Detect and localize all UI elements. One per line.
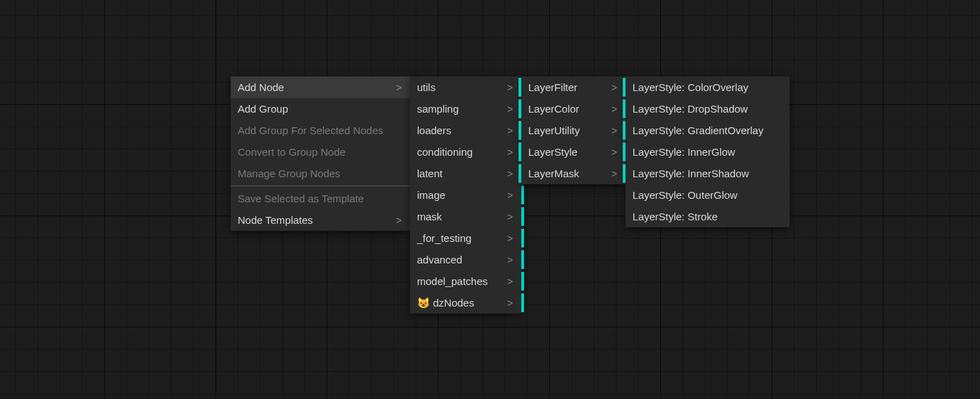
chevron-right-icon: > <box>507 147 513 157</box>
menu-item-label: advanced <box>417 254 462 266</box>
menu-item-layerstyle-stroke[interactable]: LayerStyle: Stroke <box>626 206 790 227</box>
accent-bar <box>623 164 626 183</box>
accent-bar <box>623 121 626 140</box>
menu-item-label: LayerStyle: OuterGlow <box>632 189 737 201</box>
menu-item-add-node[interactable]: Add Node > <box>231 76 410 98</box>
menu-item-label: Convert to Group Node <box>238 146 345 158</box>
menu-item-sampling[interactable]: sampling > <box>410 98 521 120</box>
submenu-node-categories: utils > sampling > loaders > conditionin… <box>410 76 521 314</box>
menu-item-loaders[interactable]: loaders > <box>410 120 521 141</box>
accent-bar <box>521 186 524 204</box>
chevron-right-icon: > <box>612 147 617 157</box>
accent-bar <box>521 207 524 226</box>
menu-item-node-templates[interactable]: Node Templates > <box>231 209 410 231</box>
menu-item-utils[interactable]: utils > <box>410 76 521 98</box>
menu-item-label: Add Group For Selected Nodes <box>238 124 383 136</box>
menu-item-add-group-for-selected[interactable]: Add Group For Selected Nodes <box>231 120 410 141</box>
menu-item-layerstyle-dropshadow[interactable]: LayerStyle: DropShadow <box>626 98 790 120</box>
menu-item-label: LayerStyle: DropShadow <box>632 103 748 115</box>
menu-item-label: LayerUtility <box>528 124 580 136</box>
accent-bar <box>518 78 521 97</box>
menu-item-layerfilter[interactable]: LayerFilter > <box>521 76 626 98</box>
accent-bar <box>521 272 524 291</box>
chevron-right-icon: > <box>612 169 617 179</box>
chevron-right-icon: > <box>507 234 513 243</box>
chevron-right-icon: > <box>396 83 402 92</box>
menu-item-latent[interactable]: latent > <box>410 163 521 184</box>
accent-bar <box>521 250 524 269</box>
menu-item-label: LayerMask <box>528 168 579 179</box>
menu-item-mask[interactable]: mask > <box>410 206 521 227</box>
submenu-layer-categories: LayerFilter > LayerColor > LayerUtility … <box>521 76 626 184</box>
submenu-layerstyle: LayerStyle: ColorOverlay LayerStyle: Dro… <box>626 76 790 227</box>
menu-item-label: 😺dzNodes <box>417 297 474 309</box>
context-menu-root: Add Node > Add Group Add Group For Selec… <box>231 76 410 231</box>
accent-bar <box>518 164 521 183</box>
cat-icon: 😺 <box>417 297 430 309</box>
accent-bar <box>623 99 626 118</box>
accent-bar <box>518 99 521 118</box>
menu-item-model-patches[interactable]: model_patches > <box>410 270 521 292</box>
menu-item-label: conditioning <box>417 146 473 158</box>
chevron-right-icon: > <box>507 298 513 308</box>
menu-item-save-selected-as-template[interactable]: Save Selected as Template <box>231 188 410 209</box>
menu-item-label: latent <box>417 168 443 179</box>
chevron-right-icon: > <box>507 126 513 136</box>
menu-item-for-testing[interactable]: _for_testing > <box>410 227 521 249</box>
menu-item-image[interactable]: image > <box>410 184 521 206</box>
menu-item-label: LayerFilter <box>528 81 578 93</box>
menu-item-label: LayerStyle: ColorOverlay <box>632 81 749 93</box>
menu-item-label: LayerStyle: InnerGlow <box>632 146 735 158</box>
chevron-right-icon: > <box>507 169 513 179</box>
menu-item-label: Node Templates <box>238 214 313 226</box>
accent-bar <box>518 121 521 140</box>
menu-item-layerstyle-innershadow[interactable]: LayerStyle: InnerShadow <box>626 163 790 184</box>
chevron-right-icon: > <box>612 83 617 92</box>
chevron-right-icon: > <box>507 83 513 92</box>
menu-item-layerstyle[interactable]: LayerStyle > <box>521 141 626 163</box>
menu-item-label: Manage Group Nodes <box>238 168 341 179</box>
chevron-right-icon: > <box>507 212 513 222</box>
accent-bar <box>623 78 626 97</box>
chevron-right-icon: > <box>507 190 513 200</box>
menu-item-label: Add Node <box>238 81 284 93</box>
menu-item-layerstyle-gradientoverlay[interactable]: LayerStyle: GradientOverlay <box>626 120 790 141</box>
accent-bar <box>521 229 524 247</box>
menu-item-manage-group-nodes[interactable]: Manage Group Nodes <box>231 163 410 184</box>
accent-bar <box>521 293 524 312</box>
chevron-right-icon: > <box>612 104 617 114</box>
chevron-right-icon: > <box>396 215 402 225</box>
menu-item-label: LayerStyle: GradientOverlay <box>632 124 763 136</box>
menu-item-label: Add Group <box>238 103 288 115</box>
menu-item-label: utils <box>417 81 436 93</box>
menu-item-label: _for_testing <box>417 232 471 244</box>
menu-item-add-group[interactable]: Add Group <box>231 98 410 120</box>
menu-item-label: mask <box>417 211 442 222</box>
menu-item-label: LayerColor <box>528 103 579 115</box>
menu-item-advanced[interactable]: advanced > <box>410 249 521 270</box>
menu-item-conditioning[interactable]: conditioning > <box>410 141 521 163</box>
menu-item-layerstyle-coloroverlay[interactable]: LayerStyle: ColorOverlay <box>626 76 790 98</box>
menu-item-layerutility[interactable]: LayerUtility > <box>521 120 626 141</box>
menu-item-label: LayerStyle: InnerShadow <box>632 168 749 179</box>
chevron-right-icon: > <box>507 277 513 286</box>
menu-item-label: sampling <box>417 103 459 115</box>
chevron-right-icon: > <box>507 255 513 265</box>
menu-item-label: loaders <box>417 124 451 136</box>
menu-item-label: Save Selected as Template <box>238 193 364 204</box>
chevron-right-icon: > <box>612 126 617 136</box>
menu-item-layercolor[interactable]: LayerColor > <box>521 98 626 120</box>
menu-item-label: LayerStyle: Stroke <box>632 211 718 222</box>
chevron-right-icon: > <box>507 104 513 114</box>
menu-item-label: image <box>417 189 446 201</box>
menu-item-dznodes[interactable]: 😺dzNodes > <box>410 292 521 314</box>
menu-item-layerstyle-innerglow[interactable]: LayerStyle: InnerGlow <box>626 141 790 163</box>
menu-item-convert-to-group-node[interactable]: Convert to Group Node <box>231 141 410 163</box>
accent-bar <box>518 142 521 161</box>
menu-item-label: LayerStyle <box>528 146 578 158</box>
menu-item-layermask[interactable]: LayerMask > <box>521 163 626 184</box>
accent-bar <box>623 142 626 161</box>
menu-item-label: model_patches <box>417 275 488 287</box>
menu-separator <box>231 186 410 186</box>
menu-item-layerstyle-outerglow[interactable]: LayerStyle: OuterGlow <box>626 184 790 206</box>
